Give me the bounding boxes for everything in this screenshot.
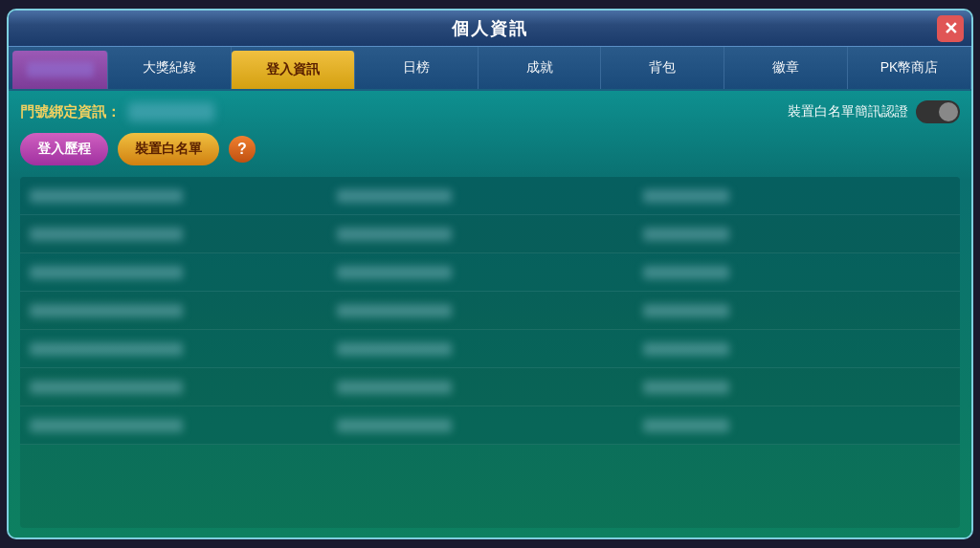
cell-col2 bbox=[337, 419, 644, 432]
phone-bind-label: 門號綁定資訊： bbox=[20, 103, 121, 121]
close-button[interactable]: ✕ bbox=[937, 15, 964, 42]
cell-col3 bbox=[643, 342, 950, 356]
cell-col2 bbox=[337, 266, 644, 279]
whitelist-toggle[interactable] bbox=[916, 100, 960, 123]
cell-col2 bbox=[337, 228, 644, 241]
tab-badge-label: 徽章 bbox=[772, 59, 799, 77]
cell-col3 bbox=[643, 419, 950, 432]
tab-prize[interactable]: 大獎紀錄 bbox=[108, 47, 232, 89]
table-row bbox=[20, 368, 960, 406]
content-area: 門號綁定資訊： 裝置白名單簡訊認證 登入歷程 裝置白名單 ? bbox=[9, 91, 971, 537]
cell-col3 bbox=[643, 381, 950, 394]
table-row bbox=[20, 406, 960, 445]
cell-col3 bbox=[643, 228, 950, 241]
table-container bbox=[20, 177, 960, 528]
cell-col3 bbox=[643, 266, 950, 279]
cell-col1 bbox=[30, 304, 337, 318]
table-body bbox=[20, 177, 960, 445]
table-row bbox=[20, 215, 960, 253]
tab-shop[interactable]: PK幣商店 bbox=[848, 47, 971, 89]
tab-daily-label: 日榜 bbox=[403, 59, 430, 77]
modal-title: 個人資訊 bbox=[452, 17, 528, 40]
tab-shop-label: PK幣商店 bbox=[880, 59, 939, 77]
tab-login[interactable]: 登入資訊 bbox=[232, 51, 355, 89]
action-buttons: 登入歷程 裝置白名單 ? bbox=[20, 133, 960, 165]
info-row: 門號綁定資訊： 裝置白名單簡訊認證 bbox=[20, 100, 960, 123]
cell-col3 bbox=[643, 304, 950, 318]
whitelist-sms-section: 裝置白名單簡訊認證 bbox=[788, 100, 960, 123]
table-row bbox=[20, 253, 960, 292]
table-row bbox=[20, 292, 960, 330]
cell-col2 bbox=[337, 342, 644, 356]
tab-achievement[interactable]: 成就 bbox=[479, 47, 602, 89]
cell-col1 bbox=[30, 381, 337, 394]
cell-col1 bbox=[30, 189, 337, 203]
help-button[interactable]: ? bbox=[229, 136, 256, 163]
modal-container: 個人資訊 ✕ 大獎紀錄 登入資訊 日榜 成就 背包 徽章 PK幣商店 bbox=[7, 9, 973, 539]
tab-bar: 大獎紀錄 登入資訊 日榜 成就 背包 徽章 PK幣商店 bbox=[9, 47, 971, 91]
tab-login-label: 登入資訊 bbox=[266, 61, 320, 78]
table-scroll[interactable] bbox=[20, 177, 960, 528]
table-row bbox=[20, 177, 960, 215]
tab-profile[interactable] bbox=[12, 51, 108, 89]
cell-col1 bbox=[30, 266, 337, 279]
tab-daily[interactable]: 日榜 bbox=[355, 47, 479, 89]
cell-col1 bbox=[30, 342, 337, 356]
cell-col1 bbox=[30, 228, 337, 241]
whitelist-sms-label: 裝置白名單簡訊認證 bbox=[788, 103, 908, 121]
phone-value bbox=[128, 102, 214, 121]
phone-bind-section: 門號綁定資訊： bbox=[20, 102, 214, 121]
cell-col3 bbox=[643, 189, 950, 203]
table-row bbox=[20, 330, 960, 368]
cell-col2 bbox=[337, 304, 644, 318]
tab-achievement-label: 成就 bbox=[526, 59, 553, 77]
title-bar: 個人資訊 ✕ bbox=[9, 11, 971, 47]
toggle-knob bbox=[939, 102, 958, 121]
tab-backpack-label: 背包 bbox=[649, 59, 676, 77]
cell-col1 bbox=[30, 419, 337, 432]
whitelist-button[interactable]: 裝置白名單 bbox=[118, 133, 219, 165]
tab-profile-label bbox=[27, 62, 94, 77]
tab-backpack[interactable]: 背包 bbox=[601, 47, 724, 89]
tab-badge[interactable]: 徽章 bbox=[724, 47, 848, 89]
login-history-button[interactable]: 登入歷程 bbox=[20, 133, 108, 165]
tab-prize-label: 大獎紀錄 bbox=[143, 59, 196, 77]
cell-col2 bbox=[337, 381, 644, 394]
cell-col2 bbox=[337, 189, 644, 203]
